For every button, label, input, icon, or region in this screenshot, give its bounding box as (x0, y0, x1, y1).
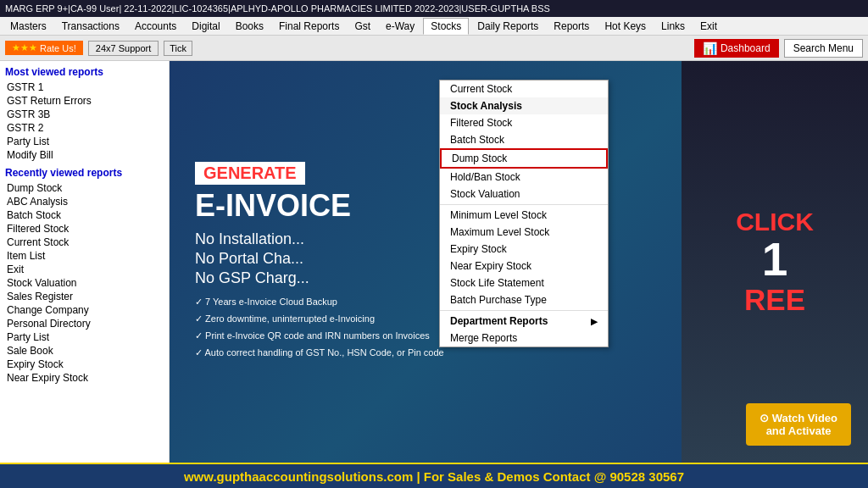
title-bar: MARG ERP 9+|CA-99 User| 22-11-2022|LIC-1… (0, 0, 868, 17)
dropdown-filtered-stock[interactable]: Filtered Stock (440, 114, 608, 131)
dropdown-stock-valuation[interactable]: Stock Valuation (440, 186, 608, 202)
menu-digital[interactable]: Digital (185, 19, 226, 34)
sidebar: Most viewed reports GSTR 1 GST Return Er… (0, 61, 170, 463)
sidebar-item-near-expiry-stock[interactable]: Near Expiry Stock (5, 371, 164, 385)
menu-books[interactable]: Books (229, 19, 270, 34)
menu-bar: Masters Transactions Accounts Digital Bo… (0, 17, 868, 36)
bottom-bar-text: www.gupthaaccountingsolutions.com | For … (184, 469, 684, 484)
dropdown-dump-stock[interactable]: Dump Stock (440, 148, 608, 169)
dropdown-max-level-stock[interactable]: Maximum Level Stock (440, 224, 608, 241)
title-text: MARG ERP 9+|CA-99 User| 22-11-2022|LIC-1… (5, 3, 550, 14)
sidebar-item-stock-valuation[interactable]: Stock Valuation (5, 276, 164, 290)
support-button[interactable]: 24x7 Support (88, 41, 159, 56)
sidebar-item-filtered-stock[interactable]: Filtered Stock (5, 222, 164, 236)
sidebar-item-dump-stock[interactable]: Dump Stock (5, 181, 164, 195)
sidebar-item-batch-stock[interactable]: Batch Stock (5, 208, 164, 222)
dropdown-merge-reports[interactable]: Merge Reports (440, 330, 608, 347)
department-reports-arrow: ▶ (591, 317, 598, 326)
menu-gst[interactable]: Gst (348, 19, 377, 34)
search-menu-button[interactable]: Search Menu (784, 39, 863, 58)
sidebar-item-sale-book[interactable]: Sale Book (5, 344, 164, 358)
rate-button[interactable]: ★★★ Rate Us! (5, 41, 83, 55)
sidebar-item-modify-bill[interactable]: Modify Bill (5, 148, 164, 162)
menu-stocks[interactable]: Stocks (423, 18, 469, 35)
sidebar-item-gst-return-errors[interactable]: GST Return Errors (5, 94, 164, 108)
content-area: CLICK 1 REE GENERATE E-INVOICE No Instal… (170, 61, 868, 463)
menu-masters[interactable]: Masters (3, 19, 53, 34)
dropdown-hold-ban-stock[interactable]: Hold/Ban Stock (440, 169, 608, 186)
sidebar-item-expiry-stock[interactable]: Expiry Stock (5, 358, 164, 371)
most-viewed-title: Most viewed reports (5, 66, 164, 78)
sidebar-item-current-stock[interactable]: Current Stock (5, 236, 164, 249)
generate-label: GENERATE (195, 162, 305, 185)
star-icon: ★★★ (12, 42, 37, 53)
sidebar-item-gstr3b[interactable]: GSTR 3B (5, 108, 164, 121)
sidebar-item-sales-register[interactable]: Sales Register (5, 290, 164, 303)
watch-video-button[interactable]: ⊙ Watch Videoand Activate (746, 403, 851, 446)
tick-button[interactable]: Tick (164, 41, 192, 56)
stocks-dropdown: Current Stock Stock Analysis Filtered St… (439, 80, 609, 347)
dropdown-stock-life-statement[interactable]: Stock Life Statement (440, 274, 608, 291)
menu-transactions[interactable]: Transactions (55, 19, 126, 34)
dropdown-divider1 (440, 204, 608, 205)
menu-reports[interactable]: Reports (547, 19, 596, 34)
sidebar-item-exit[interactable]: Exit (5, 263, 164, 276)
sidebar-item-change-company[interactable]: Change Company (5, 303, 164, 317)
sidebar-item-party-list2[interactable]: Party List (5, 330, 164, 344)
bottom-bar: www.gupthaaccountingsolutions.com | For … (0, 463, 868, 488)
banner-right-panel: CLICK 1 REE (682, 61, 868, 463)
dashboard-button[interactable]: 📊 Dashboard (694, 39, 779, 58)
dropdown-near-expiry-stock[interactable]: Near Expiry Stock (440, 258, 608, 274)
sidebar-item-party-list[interactable]: Party List (5, 135, 164, 148)
dropdown-department-reports[interactable]: Department Reports ▶ (440, 313, 608, 330)
toolbar: ★★★ Rate Us! 24x7 Support Tick 📊 Dashboa… (0, 36, 868, 61)
sidebar-item-gstr2[interactable]: GSTR 2 (5, 121, 164, 135)
menu-hotkeys[interactable]: Hot Keys (598, 19, 653, 34)
sidebar-item-item-list[interactable]: Item List (5, 249, 164, 263)
sidebar-item-gstr1[interactable]: GSTR 1 (5, 80, 164, 94)
recently-viewed-title: Recently viewed reports (5, 167, 164, 179)
menu-daily-reports[interactable]: Daily Reports (470, 19, 545, 34)
click-label: CLICK (736, 208, 814, 236)
menu-links[interactable]: Links (654, 19, 692, 34)
sidebar-item-abc-analysis[interactable]: ABC Analysis (5, 195, 164, 208)
menu-exit[interactable]: Exit (693, 19, 724, 34)
dropdown-current-stock[interactable]: Current Stock (440, 80, 608, 97)
dropdown-divider2 (440, 310, 608, 311)
main-area: Most viewed reports GSTR 1 GST Return Er… (0, 61, 868, 463)
dashboard-icon: 📊 (703, 42, 717, 55)
dashboard-label: Dashboard (721, 42, 771, 54)
rate-label: Rate Us! (40, 43, 76, 53)
percent-label: 1 (762, 236, 788, 283)
dropdown-stock-analysis-header: Stock Analysis (440, 97, 608, 114)
dropdown-batch-stock[interactable]: Batch Stock (440, 131, 608, 148)
department-reports-label: Department Reports (450, 315, 548, 327)
dropdown-min-level-stock[interactable]: Minimum Level Stock (440, 207, 608, 224)
free-label: REE (744, 283, 805, 317)
sidebar-item-personal-directory[interactable]: Personal Directory (5, 317, 164, 330)
menu-accounts[interactable]: Accounts (128, 19, 183, 34)
menu-final-reports[interactable]: Final Reports (272, 19, 346, 34)
dropdown-batch-purchase-type[interactable]: Batch Purchase Type (440, 291, 608, 308)
menu-eway[interactable]: e-Way (379, 19, 421, 34)
dropdown-expiry-stock[interactable]: Expiry Stock (440, 241, 608, 258)
